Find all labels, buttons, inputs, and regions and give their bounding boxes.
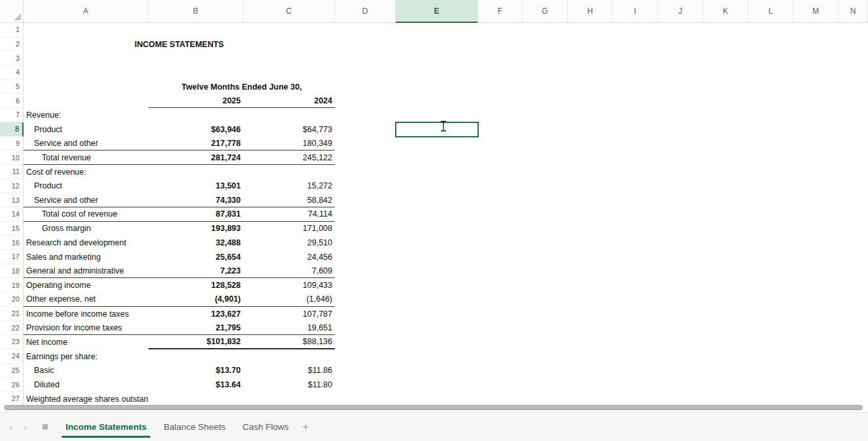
row-header-23[interactable]: 23 bbox=[0, 335, 24, 349]
cell-C25[interactable]: $11.86 bbox=[243, 364, 335, 378]
column-header-E[interactable]: E bbox=[396, 0, 478, 22]
cell-B2[interactable]: INCOME STATEMENTS bbox=[24, 37, 335, 52]
cell-B21[interactable]: 123,627 bbox=[148, 307, 243, 321]
cell-A3[interactable] bbox=[24, 51, 148, 65]
cell-B20[interactable]: (4,901) bbox=[148, 292, 243, 307]
column-header-M[interactable]: M bbox=[793, 0, 839, 22]
selected-cell-outline[interactable] bbox=[395, 122, 479, 137]
cell-A14[interactable]: Total cost of revenue bbox=[24, 207, 148, 222]
row-header-2[interactable]: 2 bbox=[0, 37, 24, 52]
row-header-26[interactable]: 26 bbox=[0, 378, 24, 392]
cell-B10[interactable]: 281,724 bbox=[148, 150, 243, 165]
cell-B16[interactable]: 32,488 bbox=[148, 236, 243, 250]
row-header-1[interactable]: 1 bbox=[0, 23, 24, 37]
cell-C13[interactable]: 58,842 bbox=[243, 193, 335, 207]
cell-B12[interactable]: 13,501 bbox=[148, 179, 243, 194]
cell-A19[interactable]: Operating income bbox=[24, 278, 148, 292]
column-header-C[interactable]: C bbox=[243, 0, 335, 22]
cell-A4[interactable] bbox=[24, 65, 148, 80]
cell-A23[interactable]: Net income bbox=[24, 335, 148, 349]
cell-B11[interactable] bbox=[148, 165, 243, 179]
cell-B17[interactable]: 25,654 bbox=[148, 250, 243, 264]
row-header-7[interactable]: 7 bbox=[0, 108, 24, 122]
cell-A21[interactable]: Income before income taxes bbox=[24, 307, 148, 321]
cell-B4[interactable] bbox=[148, 65, 243, 80]
cell-B22[interactable]: 21,795 bbox=[148, 321, 243, 335]
cell-A20[interactable]: Other expense, net bbox=[24, 292, 148, 307]
cell-C17[interactable]: 24,456 bbox=[243, 250, 335, 264]
sheet-list-menu-icon[interactable]: ≡ bbox=[42, 422, 48, 432]
row-header-8[interactable]: 8 bbox=[0, 122, 24, 137]
cell-A25[interactable]: Basic bbox=[24, 364, 148, 378]
row-header-14[interactable]: 14 bbox=[0, 207, 24, 222]
cell-C26[interactable]: $11.80 bbox=[243, 378, 335, 392]
cell-C21[interactable]: 107,787 bbox=[243, 307, 335, 321]
column-header-J[interactable]: J bbox=[658, 0, 703, 22]
cell-A8[interactable]: Product bbox=[24, 122, 148, 137]
cell-B9[interactable]: 217,778 bbox=[148, 137, 243, 151]
cell-B25[interactable]: $13.70 bbox=[148, 364, 243, 378]
row-header-22[interactable]: 22 bbox=[0, 321, 24, 335]
tab-balance-sheets[interactable]: Balance Sheets bbox=[155, 413, 234, 441]
row-header-9[interactable]: 9 bbox=[0, 137, 24, 151]
column-header-I[interactable]: I bbox=[613, 0, 658, 22]
cell-A9[interactable]: Service and other bbox=[24, 137, 148, 151]
column-header-H[interactable]: H bbox=[568, 0, 613, 22]
row-header-20[interactable]: 20 bbox=[0, 292, 24, 307]
row-header-11[interactable]: 11 bbox=[0, 165, 24, 179]
cell-B1[interactable] bbox=[148, 23, 243, 37]
prev-sheet-button[interactable]: ‹ bbox=[4, 422, 18, 432]
cell-C4[interactable] bbox=[243, 65, 335, 80]
column-header-F[interactable]: F bbox=[478, 0, 523, 22]
cell-A7[interactable]: Revenue: bbox=[24, 108, 148, 122]
row-header-19[interactable]: 19 bbox=[0, 278, 24, 292]
column-header-D[interactable]: D bbox=[335, 0, 396, 22]
cell-A11[interactable]: Cost of revenue: bbox=[24, 165, 148, 179]
cell-C20[interactable]: (1,646) bbox=[243, 292, 335, 307]
cell-C11[interactable] bbox=[243, 165, 335, 179]
cell-B19[interactable]: 128,528 bbox=[148, 278, 243, 292]
row-header-18[interactable]: 18 bbox=[0, 264, 24, 279]
cell-C6[interactable]: 2024 bbox=[243, 94, 335, 108]
cell-B23[interactable]: $101,832 bbox=[148, 335, 243, 349]
row-header-13[interactable]: 13 bbox=[0, 193, 24, 207]
row-header-16[interactable]: 16 bbox=[0, 236, 24, 250]
cell-B5[interactable]: Twelve Months Ended June 30, bbox=[148, 80, 335, 94]
cell-B18[interactable]: 7,223 bbox=[148, 264, 243, 279]
row-header-6[interactable]: 6 bbox=[0, 94, 24, 108]
cell-C7[interactable] bbox=[243, 108, 335, 122]
cell-C10[interactable]: 245,122 bbox=[243, 150, 335, 165]
cell-B7[interactable] bbox=[148, 108, 243, 122]
cell-A22[interactable]: Provision for income taxes bbox=[24, 321, 148, 335]
row-header-25[interactable]: 25 bbox=[0, 364, 24, 378]
cell-B24[interactable] bbox=[148, 349, 243, 364]
cell-C14[interactable]: 74,114 bbox=[243, 207, 335, 222]
cell-C16[interactable]: 29,510 bbox=[243, 236, 335, 250]
cell-A1[interactable] bbox=[24, 23, 148, 37]
cell-B15[interactable]: 193,893 bbox=[148, 222, 243, 236]
cell-C18[interactable]: 7,609 bbox=[243, 264, 335, 279]
cell-C23[interactable]: $88,136 bbox=[243, 335, 335, 349]
cell-A13[interactable]: Service and other bbox=[24, 193, 148, 207]
cell-B8[interactable]: $63,946 bbox=[148, 122, 243, 137]
row-header-12[interactable]: 12 bbox=[0, 179, 24, 194]
horizontal-scrollbar-thumb[interactable] bbox=[4, 405, 863, 410]
cell-A18[interactable]: General and administrative bbox=[24, 264, 148, 279]
tab-cash-flows[interactable]: Cash Flows bbox=[234, 413, 298, 441]
cell-A12[interactable]: Product bbox=[24, 179, 148, 194]
cell-B3[interactable] bbox=[148, 51, 243, 65]
cell-C24[interactable] bbox=[243, 349, 335, 364]
select-all-button[interactable] bbox=[0, 0, 24, 22]
cell-C22[interactable]: 19,651 bbox=[243, 321, 335, 335]
column-header-G[interactable]: G bbox=[523, 0, 568, 22]
cell-C9[interactable]: 180,349 bbox=[243, 137, 335, 151]
row-header-3[interactable]: 3 bbox=[0, 51, 24, 65]
cell-B6[interactable]: 2025 bbox=[148, 94, 243, 108]
cell-A17[interactable]: Sales and marketing bbox=[24, 250, 148, 264]
cell-B26[interactable]: $13.64 bbox=[148, 378, 243, 392]
cell-B13[interactable]: 74,330 bbox=[148, 193, 243, 207]
cell-C19[interactable]: 109,433 bbox=[243, 278, 335, 292]
cell-B14[interactable]: 87,831 bbox=[148, 207, 243, 222]
column-header-A[interactable]: A bbox=[24, 0, 148, 22]
row-header-17[interactable]: 17 bbox=[0, 250, 24, 264]
